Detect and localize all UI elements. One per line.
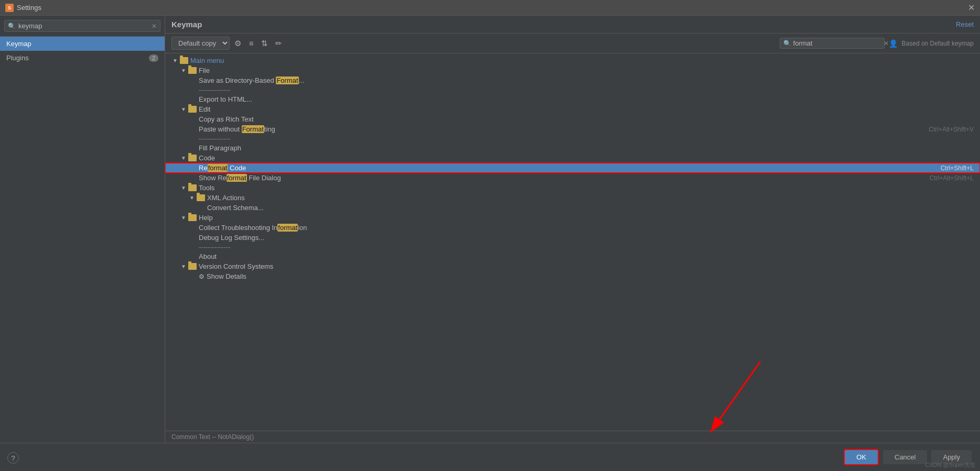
shortcut-reformat-code: Ctrl+Shift+L	[941, 165, 977, 172]
expand-all-button[interactable]: ⇅	[259, 38, 270, 49]
toolbar-right: 🔍 ✕ 👤 Based on Default keymap	[780, 38, 974, 49]
arrow-help	[181, 215, 188, 221]
tree-row-xml-actions[interactable]: XML Actions	[165, 193, 980, 203]
label-reformat-code: Reformat Code	[199, 164, 941, 172]
ok-button[interactable]: OK	[844, 449, 879, 465]
tree-row-tools[interactable]: Tools	[165, 183, 980, 193]
watermark: CSDN @Super先生	[925, 461, 976, 469]
keymap-dropdown-wrap: Default copy ⚙	[171, 37, 244, 50]
label-about: About	[199, 253, 977, 260]
highlight-format-1: Format	[276, 76, 298, 84]
toolbar-left: Default copy ⚙ ≡ ⇅ ✏	[171, 37, 284, 50]
sidebar-search-wrap: 🔍 ✕	[4, 20, 160, 32]
separator-1: --------------	[199, 86, 231, 94]
label-code: Code	[199, 154, 977, 162]
arrow-code	[181, 155, 188, 161]
main-layout: 🔍 ✕ Keymap Plugins 2 Keymap Reset	[0, 16, 980, 443]
sidebar-item-plugins-row: Plugins 2	[6, 54, 158, 62]
label-export-html: Export to HTML...	[199, 95, 977, 103]
tree-row-debug-log[interactable]: Debug Log Settings...	[165, 233, 980, 243]
content-area: Keymap Reset Default copy ⚙ ≡ ⇅ ✏ 🔍	[165, 16, 980, 443]
label-convert-schema: Convert Schema...	[207, 204, 977, 212]
content-header: Keymap Reset	[165, 16, 980, 34]
label-show-reformat: Show Reformat File Dialog	[199, 174, 930, 182]
arrow-mainmenu	[173, 58, 180, 63]
plugins-badge: 2	[149, 54, 158, 62]
sidebar-item-plugins-label: Plugins	[6, 54, 29, 62]
tree-row-show-reformat[interactable]: Show Reformat File Dialog Ctrl+Alt+Shift…	[165, 173, 980, 183]
content-title: Keymap	[171, 20, 202, 29]
tree-content: Main menu File Save as Directory-Based F…	[165, 53, 980, 431]
folder-icon-tools	[188, 184, 197, 191]
label-file: File	[199, 67, 977, 74]
trailing-text: Common Text -- NotADialog()	[171, 433, 254, 441]
tree-row-reformat-code[interactable]: Reformat Code Ctrl+Shift+L	[165, 163, 980, 173]
folder-icon-help	[188, 214, 197, 221]
arrow-tools	[181, 185, 188, 191]
title-bar-title: Settings	[17, 4, 41, 12]
label-collect-trouble: Collect Troubleshooting Information	[199, 224, 977, 232]
tree-separator-2: --------------	[165, 134, 980, 143]
sidebar-item-plugins[interactable]: Plugins 2	[0, 51, 165, 65]
sidebar-item-keymap-label: Keymap	[6, 40, 31, 48]
tree-row-paste-format[interactable]: Paste without Formatting Ctrl+Alt+Shift+…	[165, 124, 980, 134]
label-save-format: Save as Directory-Based Format...	[199, 76, 977, 84]
tree-row-mainmenu[interactable]: Main menu	[165, 56, 980, 65]
tree-row-save-format[interactable]: Save as Directory-Based Format...	[165, 75, 980, 85]
tree-row-help[interactable]: Help	[165, 213, 980, 223]
folder-icon-mainmenu	[180, 57, 188, 64]
tree-row-vcs[interactable]: Version Control Systems	[165, 261, 980, 271]
close-button[interactable]: ✕	[968, 4, 975, 12]
title-bar: S Settings ✕	[0, 0, 980, 16]
tree-row-copy-rich[interactable]: Copy as Rich Text	[165, 114, 980, 124]
label-show-details: Show Details	[207, 272, 977, 280]
label-mainmenu: Main menu	[190, 57, 977, 64]
collapse-all-button[interactable]: ≡	[247, 38, 256, 49]
sidebar-search-input[interactable]	[18, 22, 149, 30]
base-keymap-info: Based on Default keymap	[902, 40, 974, 47]
tree-row-show-details[interactable]: ⚙ Show Details	[165, 271, 980, 281]
label-paste-format: Paste without Formatting	[199, 125, 929, 133]
filter-input[interactable]	[793, 39, 881, 47]
sidebar-search-clear[interactable]: ✕	[152, 23, 157, 30]
help-button[interactable]: ?	[7, 452, 19, 464]
label-help: Help	[199, 214, 977, 222]
tree-row-collect-trouble[interactable]: Collect Troubleshooting Information	[165, 223, 980, 233]
tree-row-code[interactable]: Code	[165, 153, 980, 163]
label-edit: Edit	[199, 105, 977, 113]
folder-icon-vcs	[188, 263, 197, 270]
tree-separator-3: --------------	[165, 243, 980, 251]
trailing-text-bar: Common Text -- NotADialog()	[165, 431, 980, 443]
separator-2: --------------	[199, 135, 231, 143]
sidebar-item-keymap[interactable]: Keymap	[0, 37, 165, 51]
toolbar-row: Default copy ⚙ ≡ ⇅ ✏ 🔍 ✕ 👤 Based on Defa…	[165, 34, 980, 53]
sidebar: 🔍 ✕ Keymap Plugins 2	[0, 16, 165, 443]
cancel-button[interactable]: Cancel	[883, 450, 927, 464]
reset-button[interactable]: Reset	[956, 20, 974, 28]
edit-button[interactable]: ✏	[273, 38, 284, 49]
label-debug-log: Debug Log Settings...	[199, 234, 977, 242]
highlight-format-4: format	[227, 174, 247, 182]
label-vcs: Version Control Systems	[199, 262, 977, 270]
filter-wrap: 🔍 ✕	[780, 38, 885, 49]
gear-button[interactable]: ⚙	[232, 38, 244, 49]
person-icon[interactable]: 👤	[889, 39, 898, 48]
filter-clear[interactable]: ✕	[884, 40, 889, 47]
shortcut-show-reformat: Ctrl+Alt+Shift+L	[930, 174, 977, 182]
highlight-format-2: Format	[242, 125, 264, 133]
tree-row-file[interactable]: File	[165, 65, 980, 75]
app-icon: S	[5, 4, 14, 12]
folder-icon-xml	[197, 194, 205, 201]
arrow-xml	[189, 195, 197, 201]
tree-row-export-html[interactable]: Export to HTML...	[165, 94, 980, 104]
title-bar-left: S Settings	[5, 4, 41, 12]
highlight-format-3: format	[208, 164, 228, 172]
tree-row-convert-schema[interactable]: Convert Schema...	[165, 203, 980, 213]
highlight-format-5: format	[277, 224, 298, 232]
filter-search-icon: 🔍	[783, 40, 791, 47]
tree-row-about[interactable]: About	[165, 251, 980, 261]
tree-row-fill-para[interactable]: Fill Paragraph	[165, 143, 980, 153]
label-copy-rich: Copy as Rich Text	[199, 115, 977, 123]
tree-row-edit[interactable]: Edit	[165, 104, 980, 114]
keymap-dropdown[interactable]: Default copy	[171, 37, 230, 50]
